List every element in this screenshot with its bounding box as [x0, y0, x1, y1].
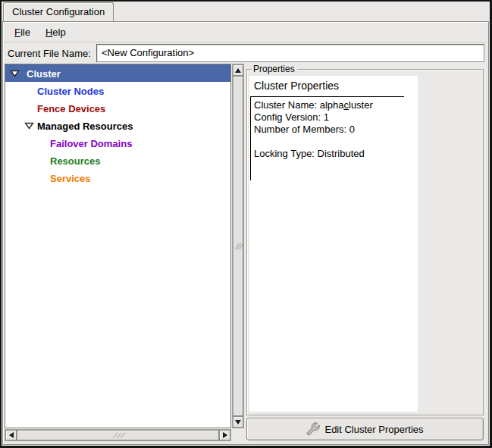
menu-bar: File Help [4, 23, 487, 42]
tree-item-label: Fence Devices [37, 100, 105, 117]
edit-button-label: Edit Cluster Properties [324, 424, 423, 435]
property-lines: Cluster Name: alphaclusterConfig Version… [254, 99, 416, 160]
scrollbar-grip-icon [111, 432, 125, 439]
scrollbar-grip-icon [234, 242, 243, 251]
properties-heading: Cluster Properties [254, 80, 418, 92]
menu-help[interactable]: Help [39, 23, 73, 41]
menu-file-rest: ile [20, 27, 30, 38]
tree-vertical-scrollbar[interactable] [232, 64, 244, 428]
menu-help-rest: elp [52, 27, 65, 38]
tab-title: Cluster Configuration [12, 6, 105, 17]
property-line: Cluster Name: alphacluster [254, 99, 416, 111]
menu-file-mnemonic: F [14, 27, 20, 38]
tree-item-cluster-nodes[interactable]: Cluster Nodes [5, 82, 230, 99]
scroll-down-button[interactable] [233, 416, 243, 428]
vertical-scrollbar-thumb[interactable] [233, 76, 243, 416]
property-line: Number of Members: 0 [254, 124, 416, 136]
cluster-tree: ClusterCluster NodesFence DevicesManaged… [5, 64, 231, 428]
tree-item-fence-devices[interactable]: Fence Devices [5, 99, 230, 117]
tree-item-failover-domains[interactable]: Failover Domains [5, 134, 230, 152]
expander-triangle-icon[interactable] [10, 70, 20, 77]
scroll-up-button[interactable] [233, 64, 243, 76]
tree-item-label: Services [50, 170, 91, 187]
tree-item-label: Cluster Nodes [37, 83, 104, 100]
expander-triangle-icon[interactable] [24, 122, 34, 130]
tab-cluster-configuration[interactable]: Cluster Configuration [3, 2, 114, 21]
tree-item-label: Resources [50, 152, 100, 170]
cluster-tree-panel: ClusterCluster NodesFence DevicesManaged… [5, 64, 244, 441]
tree-item-cluster[interactable]: Cluster [5, 64, 230, 82]
tree-item-label: Failover Domains [50, 135, 132, 152]
menu-help-mnemonic: H [45, 27, 52, 38]
tree-item-label: Managed Resources [37, 117, 133, 135]
current-file-name-value: <New Configuration> [102, 47, 194, 58]
property-line: Locking Type: Distributed [254, 148, 416, 160]
heading-underline [250, 96, 404, 97]
tree-item-label: Cluster [27, 65, 61, 83]
tree-item-resources[interactable]: Resources [5, 152, 230, 169]
properties-frame-label: Properties [251, 64, 297, 74]
arrow-up-icon [235, 68, 241, 73]
tree-horizontal-scrollbar[interactable] [5, 429, 231, 441]
horizontal-scrollbar-thumb[interactable] [17, 430, 219, 440]
wrench-icon [306, 422, 320, 436]
scroll-right-button[interactable] [219, 430, 230, 440]
tree-item-managed-resources[interactable]: Managed Resources [5, 117, 230, 134]
filename-row: Current File Name: <New Configuration> [5, 43, 486, 64]
app-window: Cluster Configuration File Help Current … [0, 0, 492, 448]
property-line: Config Version: 1 [254, 111, 416, 124]
scroll-left-button[interactable] [5, 430, 17, 440]
notebook-page: File Help Current File Name: <New Config… [2, 21, 489, 445]
current-file-name-input[interactable]: <New Configuration> [96, 44, 484, 62]
tree-item-services[interactable]: Services [5, 169, 230, 186]
arrow-down-icon [235, 420, 241, 425]
properties-content: Cluster Properties Cluster Name: alphacl… [249, 76, 418, 412]
properties-frame: Properties Cluster Properties Cluster Na… [246, 69, 484, 415]
property-line [254, 136, 416, 148]
arrow-right-icon [223, 432, 227, 438]
current-file-name-label: Current File Name: [8, 48, 91, 59]
arrow-left-icon [9, 432, 14, 438]
menu-file[interactable]: File [8, 23, 37, 41]
properties-panel: Properties Cluster Properties Cluster Na… [246, 64, 486, 442]
edit-cluster-properties-button[interactable]: Edit Cluster Properties [246, 418, 484, 440]
content-left-rule [250, 96, 251, 180]
